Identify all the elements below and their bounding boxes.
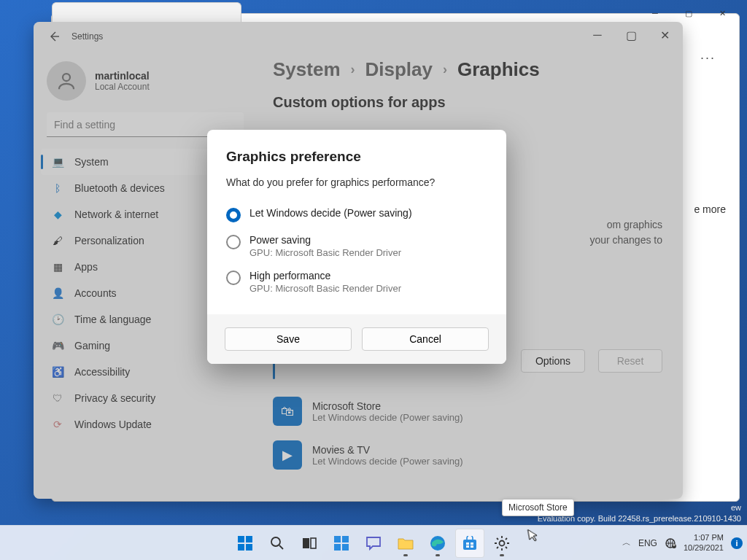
svg-point-0 (63, 74, 70, 81)
bg-window-controls: ─ ▢ ✕ (638, 2, 739, 24)
sidebar-item-label: Accounts (74, 287, 117, 299)
svg-rect-7 (311, 538, 316, 548)
radio-button[interactable] (226, 271, 241, 285)
close-button[interactable]: ✕ (648, 23, 681, 47)
user-panel[interactable]: martinlocal Local Account (38, 55, 252, 112)
maximize-button[interactable]: ▢ (614, 23, 648, 47)
svg-rect-6 (303, 538, 309, 548)
svg-rect-11 (342, 544, 349, 551)
app-item-movies[interactable]: ▶ Movies & TV Let Windows decide (Power … (273, 433, 662, 477)
gpu-label: GPU: Microsoft Basic Render Driver (249, 283, 401, 294)
bg-minimize-button[interactable]: ─ (638, 2, 672, 24)
user-sub: Local Account (95, 82, 150, 92)
app-sub: Let Windows decide (Power saving) (312, 456, 463, 467)
options-button[interactable]: Options (521, 349, 585, 373)
svg-rect-10 (334, 544, 341, 551)
sidebar-item-label: Gaming (74, 340, 110, 351)
avatar (47, 61, 86, 101)
user-name: martinlocal (95, 70, 150, 82)
save-button[interactable]: Save (225, 327, 352, 351)
radio-option-default[interactable]: Let Windows decide (Power saving) (226, 201, 487, 228)
tray-notification-badge[interactable]: i (731, 537, 743, 549)
widgets-button[interactable] (327, 529, 356, 558)
tray-chevron-up-icon[interactable]: ︿ (622, 537, 631, 549)
accessibility-icon: ♿ (51, 365, 64, 378)
breadcrumb-display[interactable]: Display (365, 58, 433, 81)
svg-rect-9 (342, 536, 349, 542)
svg-rect-16 (466, 545, 469, 548)
bg-partial-text: e more (694, 203, 726, 215)
bluetooth-icon: ᛒ (51, 182, 64, 195)
svg-rect-2 (246, 536, 252, 542)
sidebar-item-privacy[interactable]: 🛡Privacy & security (41, 385, 247, 411)
sidebar-item-label: System (74, 156, 109, 168)
taskbar: ︿ ENG 1:07 PM 10/29/2021 i (0, 525, 747, 560)
task-view-button[interactable] (295, 529, 324, 558)
store-tile-icon: 🛍 (273, 397, 302, 426)
graphics-preference-dialog: Graphics preference What do you prefer f… (207, 130, 506, 364)
desc-line1: om graphics (607, 219, 662, 230)
svg-rect-13 (463, 540, 476, 550)
section-title: Custom options for apps (273, 94, 662, 111)
breadcrumb-graphics: Graphics (457, 58, 540, 81)
dialog-title: Graphics preference (226, 149, 487, 165)
edge-button[interactable] (423, 529, 452, 558)
breadcrumb: System › Display › Graphics (273, 58, 662, 81)
taskbar-center (231, 529, 516, 558)
store-button[interactable] (455, 529, 484, 558)
radio-option-high-performance[interactable]: High performance GPU: Microsoft Basic Re… (226, 264, 487, 300)
app-name: Movies & TV (312, 444, 463, 456)
sidebar-item-label: Windows Update (74, 419, 152, 430)
desc-line2: your changes to (589, 234, 662, 246)
sidebar-item-label: Apps (74, 261, 98, 273)
bg-close-button[interactable]: ✕ (705, 2, 739, 24)
sidebar-item-label: Personalization (74, 235, 144, 246)
reset-button[interactable]: Reset (598, 349, 662, 373)
bg-more-icon[interactable]: ··· (700, 50, 716, 66)
radio-button[interactable] (226, 235, 241, 249)
file-explorer-button[interactable] (391, 529, 420, 558)
svg-rect-1 (238, 536, 244, 542)
cursor-icon (527, 527, 541, 543)
chevron-right-icon: › (351, 62, 355, 77)
app-list: 🛍 Microsoft Store Let Windows decide (Po… (273, 389, 662, 477)
brush-icon: 🖌 (51, 234, 64, 247)
radio-button[interactable] (226, 208, 241, 222)
svg-point-18 (500, 540, 505, 545)
settings-taskbar-button[interactable] (487, 529, 516, 558)
app-item-store[interactable]: 🛍 Microsoft Store Let Windows decide (Po… (273, 389, 662, 433)
svg-rect-8 (334, 536, 341, 542)
tooltip: Microsoft Store (502, 499, 574, 516)
tray-network-icon[interactable] (665, 538, 676, 548)
dialog-subtitle: What do you prefer for graphics performa… (226, 176, 487, 188)
titlebar: Settings ─ ▢ ✕ (34, 22, 683, 51)
radio-option-power-saving[interactable]: Power saving GPU: Microsoft Basic Render… (226, 228, 487, 264)
sidebar-item-label: Accessibility (74, 366, 130, 378)
svg-rect-4 (246, 544, 252, 551)
cancel-button[interactable]: Cancel (362, 327, 489, 351)
tray-clock[interactable]: 1:07 PM 10/29/2021 (684, 533, 724, 552)
radio-label: Power saving (249, 234, 401, 246)
sidebar-item-label: Privacy & security (74, 392, 155, 404)
search-button[interactable] (263, 529, 292, 558)
svg-rect-14 (466, 542, 469, 545)
minimize-button[interactable]: ─ (581, 23, 614, 47)
sidebar-item-update[interactable]: ⟳Windows Update (41, 411, 247, 438)
tray-lang[interactable]: ENG (638, 538, 657, 548)
back-button[interactable] (41, 23, 67, 50)
chat-button[interactable] (359, 529, 388, 558)
update-icon: ⟳ (51, 418, 64, 431)
radio-label: Let Windows decide (Power saving) (249, 207, 412, 219)
start-button[interactable] (231, 529, 260, 558)
sidebar-item-label: Network & internet (74, 209, 158, 220)
gpu-label: GPU: Microsoft Basic Render Driver (249, 247, 401, 258)
system-tray: ︿ ENG 1:07 PM 10/29/2021 i (622, 533, 743, 552)
bg-maximize-button[interactable]: ▢ (672, 2, 705, 24)
chevron-right-icon: › (443, 62, 447, 77)
svg-point-5 (271, 537, 280, 546)
breadcrumb-system[interactable]: System (273, 58, 341, 81)
clock-icon: 🕑 (51, 313, 64, 326)
movies-tile-icon: ▶ (273, 440, 302, 470)
svg-rect-3 (238, 544, 244, 551)
apps-icon: ▦ (51, 260, 64, 273)
